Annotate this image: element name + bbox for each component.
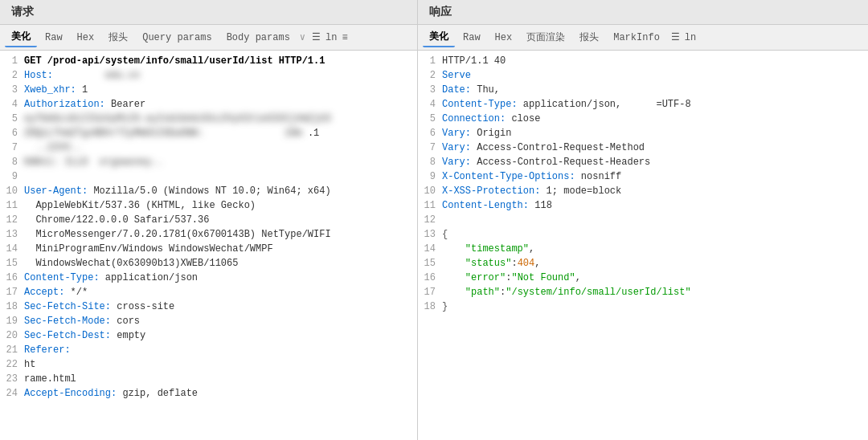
table-row: 12 Chrome/122.0.0.0 Safari/537.36 <box>0 213 417 227</box>
list-icon-right[interactable]: ☰ <box>671 31 680 43</box>
tab-raw-right[interactable]: Raw <box>457 30 487 46</box>
tab-hex-right[interactable]: Hex <box>489 30 519 46</box>
table-row: 4 Content-Type: application/json, =UTF-8 <box>418 97 868 112</box>
table-row: 24 Accept-Encoding: gzip, deflate <box>0 386 417 401</box>
table-row: 8 KAKnl: ILLD orgowsney.. <box>0 155 417 169</box>
tab-query-params[interactable]: Query params <box>136 30 218 46</box>
table-row: 15 "status":404, <box>418 256 868 271</box>
table-row: 13 MicroMessenger/7.0.20.1781(0x6700143B… <box>0 227 417 242</box>
tab-beautify-right[interactable]: 美化 <box>423 27 455 47</box>
table-row: 1 HTTP/1.1 40 <box>418 54 868 68</box>
table-row: 20 Sec-Fetch-Dest: empty <box>0 328 417 343</box>
left-panel-header: 请求 <box>0 0 417 25</box>
table-row: 14 "timestamp", <box>418 242 868 256</box>
table-row: 1 GET /prod-api/system/info/small/userId… <box>0 54 417 68</box>
left-tab-bar: 美化 Raw Hex 报头 Query params Body params ∨… <box>0 25 417 51</box>
tab-page-render[interactable]: 页面渲染 <box>520 28 571 47</box>
left-content[interactable]: 1 GET /prod-api/system/info/small/userId… <box>0 51 417 440</box>
tab-divider-left: ∨ <box>300 31 305 43</box>
list-icon-left[interactable]: ☰ <box>312 31 321 43</box>
tab-raw-left[interactable]: Raw <box>39 30 69 46</box>
table-row: 3 Xweb_xhr: 1 <box>0 83 417 97</box>
table-row: 18 Sec-Fetch-Site: cross-site <box>0 299 417 314</box>
ln-icon-left[interactable]: ln <box>326 32 337 43</box>
right-title: 响应 <box>424 3 457 21</box>
table-row: 13 { <box>418 227 868 242</box>
right-tab-bar: 美化 Raw Hex 页面渲染 报头 MarkInfo ☰ ln <box>418 25 868 51</box>
table-row: 9 <box>0 169 417 184</box>
menu-icon-left[interactable]: ≡ <box>342 32 348 43</box>
table-row: 19 Sec-Fetch-Mode: cors <box>0 314 417 328</box>
table-row: 16 Content-Type: application/json <box>0 271 417 285</box>
table-row: 14 MiniProgramEnv/Windows WindowsWechat/… <box>0 242 417 256</box>
tab-markinfo[interactable]: MarkInfo <box>607 30 666 46</box>
table-row: 12 <box>418 213 868 227</box>
table-row: 5 eyTbbGci0iIIUzUyMiI9.eyIsb2dnb191c2VyX… <box>0 112 417 126</box>
left-panel: 请求 美化 Raw Hex 报头 Query params Body param… <box>0 0 418 440</box>
table-row: 6 Vary: Origin <box>418 126 868 141</box>
table-row: 7 Vary: Access-Control-Request-Method <box>418 141 868 155</box>
table-row: 10 User-Agent: Mozilla/5.0 (Windows NT 1… <box>0 184 417 198</box>
table-row: 11 Content-Length: 118 <box>418 198 868 213</box>
table-row: 7 ..22VV.. <box>0 141 417 155</box>
table-row: 17 Accept: */* <box>0 285 417 299</box>
table-row: 10 X-XSS-Protection: 1; mode=block <box>418 184 868 198</box>
table-row: 18 } <box>418 299 868 314</box>
table-row: 9 X-Content-Type-Options: nosniff <box>418 169 868 184</box>
tab-headers-left[interactable]: 报头 <box>102 28 134 47</box>
right-panel: 响应 美化 Raw Hex 页面渲染 报头 MarkInfo ☰ ln 1 HT… <box>418 0 868 440</box>
table-row: 6 ZDQiLThmZTgxNDhrTIyMmO1ISEwSNA: 10m .1 <box>0 126 417 141</box>
table-row: 21 Referer: <box>0 343 417 357</box>
table-row: 5 Connection: close <box>418 112 868 126</box>
ln-icon-right[interactable]: ln <box>685 32 696 43</box>
tab-beautify-left[interactable]: 美化 <box>5 27 37 47</box>
tab-body-params[interactable]: Body params <box>220 30 297 46</box>
table-row: 16 "error":"Not Found", <box>418 271 868 285</box>
table-row: 11 AppleWebKit/537.36 (KHTML, like Gecko… <box>0 198 417 213</box>
tab-hex-left[interactable]: Hex <box>71 30 101 46</box>
table-row: 3 Date: Thu, <box>418 83 868 97</box>
tab-headers-right[interactable]: 报头 <box>573 28 605 47</box>
table-row: 4 Authorization: Bearer <box>0 97 417 112</box>
table-row: 8 Vary: Access-Control-Request-Headers <box>418 155 868 169</box>
table-row: 23 rame.html <box>0 372 417 386</box>
table-row: 22 ht <box>0 357 417 372</box>
right-content[interactable]: 1 HTTP/1.1 40 2 Serve 3 Date: Thu, 4 Con… <box>418 51 868 440</box>
main-container: 请求 美化 Raw Hex 报头 Query params Body param… <box>0 0 868 440</box>
table-row: 2 Serve <box>418 68 868 83</box>
table-row: 15 WindowsWechat(0x63090b13)XWEB/11065 <box>0 256 417 271</box>
right-panel-header: 响应 <box>418 0 868 25</box>
left-title: 请求 <box>6 3 39 21</box>
table-row: 17 "path":"/system/info/small/userId/lis… <box>418 285 868 299</box>
table-row: 2 Host: edu.cn <box>0 68 417 83</box>
